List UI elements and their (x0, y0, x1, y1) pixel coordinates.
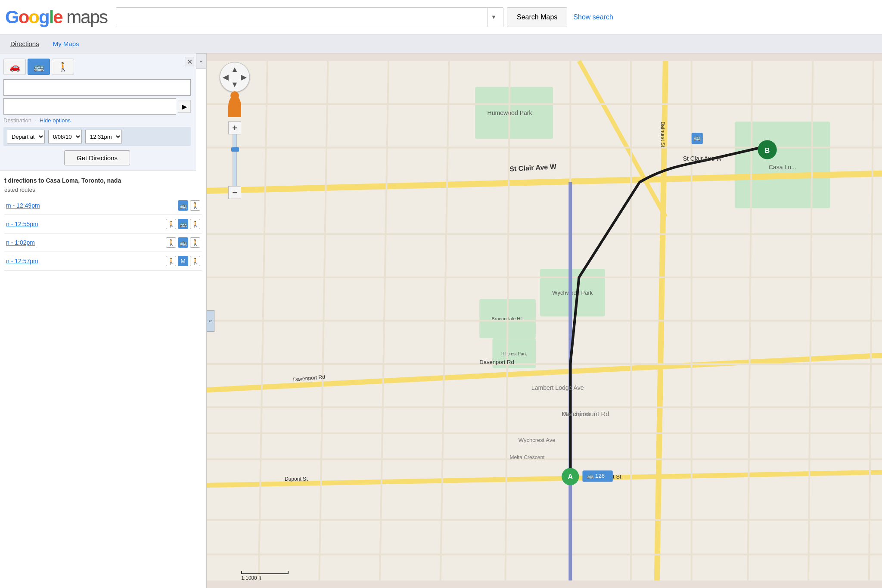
route-3-walk2-icon: 🚶 (190, 237, 200, 248)
map-controls: ▲ ▼ ◀ ▶ + − (220, 62, 250, 199)
get-directions-button[interactable]: Get Directions (64, 150, 130, 165)
svg-text:🚌: 🚌 (693, 134, 701, 141)
svg-text:Casa Lo...: Casa Lo... (769, 164, 796, 171)
hide-options-link[interactable]: Hide options (40, 117, 71, 124)
options-row: Destination - Hide options (3, 117, 191, 124)
form-close-button[interactable]: ✕ (185, 57, 194, 66)
map-collapse-button[interactable]: « (207, 310, 214, 332)
svg-text:🚌 126: 🚌 126 (587, 472, 605, 479)
route-4-icons: 🚶 M 🚶 (166, 256, 200, 266)
scale-label: 1:1000 ft (241, 575, 261, 581)
svg-text:Wychwood Park: Wychwood Park (552, 289, 593, 296)
svg-text:Hillcrest Park: Hillcrest Park (501, 352, 527, 356)
svg-text:St Clair Ave W: St Clair Ave W (683, 155, 722, 162)
zoom-controls: + − (228, 121, 241, 199)
pan-down-arrow: ▼ (231, 80, 239, 89)
route-1-icons: 🚌 🚶 (178, 200, 200, 211)
time-select[interactable]: 12:31pm (85, 130, 122, 143)
route-3-bus-icon: 🚌 (178, 237, 188, 248)
search-maps-button[interactable]: Search Maps (507, 7, 567, 27)
from-row: Christie and Dupont, Toronto (3, 79, 191, 96)
zoom-out-button[interactable]: − (228, 186, 241, 199)
svg-text:A: A (568, 473, 573, 480)
zoom-track (233, 134, 237, 186)
svg-text:Davenport: Davenport (562, 411, 590, 417)
to-input[interactable]: Casa Loma, Toronto (3, 98, 176, 115)
route-4-time: n - 12:57pm (6, 258, 38, 264)
scale-line (241, 571, 289, 574)
show-search-link[interactable]: Show search (573, 13, 613, 21)
nav-tabs: Directions My Maps (0, 34, 882, 53)
route-2-icons: 🚶 🚌 🚶 (166, 219, 200, 229)
directions-form: ✕ 🚗 🚌 🚶 Christie and Dupont, Toronto Cas… (0, 53, 196, 171)
header: Google maps ▼ Search Maps Show search (0, 0, 882, 34)
route-1-time: m - 12:49pm (6, 202, 40, 209)
transport-walk-button[interactable]: 🚶 (52, 59, 74, 75)
logo-maps-text: maps (66, 7, 107, 27)
svg-text:Meita Crescent: Meita Crescent (510, 454, 545, 460)
svg-text:Davenport Rd: Davenport Rd (479, 359, 514, 365)
search-dropdown-arrow[interactable]: ▼ (488, 8, 500, 27)
transport-transit-button[interactable]: 🚌 (28, 59, 50, 75)
route-1-walk-icon: 🚶 (190, 200, 200, 211)
pan-right-arrow: ▶ (241, 72, 247, 82)
swap-button[interactable]: ▶ (178, 100, 191, 113)
search-input[interactable] (120, 12, 488, 22)
pegman-control[interactable] (228, 96, 241, 117)
route-4-walk1-icon: 🚶 (166, 256, 176, 266)
route-2-bus-icon: 🚌 (178, 219, 188, 229)
time-row: Depart at 0/08/10 12:31pm (3, 127, 191, 146)
route-row-3[interactable]: n - 1:02pm 🚶 🚌 🚶 (4, 233, 202, 252)
pan-up-arrow: ▲ (231, 65, 239, 74)
transport-car-button[interactable]: 🚗 (3, 59, 26, 75)
svg-text:Wychcrest Ave: Wychcrest Ave (519, 437, 556, 443)
route-2-walk1-icon: 🚶 (166, 219, 176, 229)
route-3-walk1-icon: 🚶 (166, 237, 176, 248)
pan-left-arrow: ◀ (223, 72, 229, 82)
route-1-bus-icon: 🚌 (178, 200, 188, 211)
zoom-thumb[interactable] (231, 147, 239, 152)
search-bar: ▼ (116, 7, 503, 27)
route-2-walk2-icon: 🚶 (190, 219, 200, 229)
route-4-walk2-icon: 🚶 (190, 256, 200, 266)
sidebar-collapse-button[interactable]: « (196, 53, 206, 69)
from-input[interactable]: Christie and Dupont, Toronto (3, 79, 191, 96)
date-select[interactable]: 0/08/10 (48, 130, 82, 143)
svg-text:Lambert Lodge Ave: Lambert Lodge Ave (531, 384, 584, 391)
route-3-time: n - 1:02pm (6, 239, 35, 246)
route-row-1[interactable]: m - 12:49pm 🚌 🚶 (4, 196, 202, 215)
suggested-routes-label: ested routes (4, 187, 202, 193)
svg-text:Bathurst St: Bathurst St (660, 121, 666, 147)
route-row-4[interactable]: n - 12:57pm 🚶 M 🚶 (4, 252, 202, 271)
svg-text:B: B (765, 146, 770, 154)
transport-mode-selector: 🚗 🚌 🚶 (3, 59, 191, 75)
route-2-time: n - 12:55pm (6, 221, 38, 227)
route-3-icons: 🚶 🚌 🚶 (166, 237, 200, 248)
scale-bar: 1:1000 ft (241, 571, 289, 581)
main-layout: « ✕ 🚗 🚌 🚶 Christie and Dupont, Toronto C… (0, 53, 882, 588)
depart-at-select[interactable]: Depart at (7, 130, 45, 143)
route-row-2[interactable]: n - 12:55pm 🚶 🚌 🚶 (4, 215, 202, 233)
sidebar: « ✕ 🚗 🚌 🚶 Christie and Dupont, Toronto C… (0, 53, 207, 588)
logo: Google maps (5, 7, 107, 28)
results-section: t directions to Casa Loma, Toronto, nada… (0, 171, 206, 275)
map-svg: Humewood Park Wychwood Park Bracondale H… (207, 53, 882, 588)
tab-directions[interactable]: Directions (3, 36, 46, 52)
results-title: t directions to Casa Loma, Toronto, nada (4, 177, 202, 184)
tab-my-maps[interactable]: My Maps (46, 36, 86, 52)
destination-label: Destination (3, 117, 31, 124)
svg-text:Dupont St: Dupont St (285, 476, 308, 482)
navigation-control[interactable]: ▲ ▼ ◀ ▶ (220, 62, 250, 92)
to-row: Casa Loma, Toronto ▶ (3, 98, 191, 115)
map-container[interactable]: « Humewood Park Wychwood Park Bracondale… (207, 53, 882, 588)
route-4-metro-icon: M (178, 256, 188, 266)
zoom-in-button[interactable]: + (228, 121, 241, 134)
